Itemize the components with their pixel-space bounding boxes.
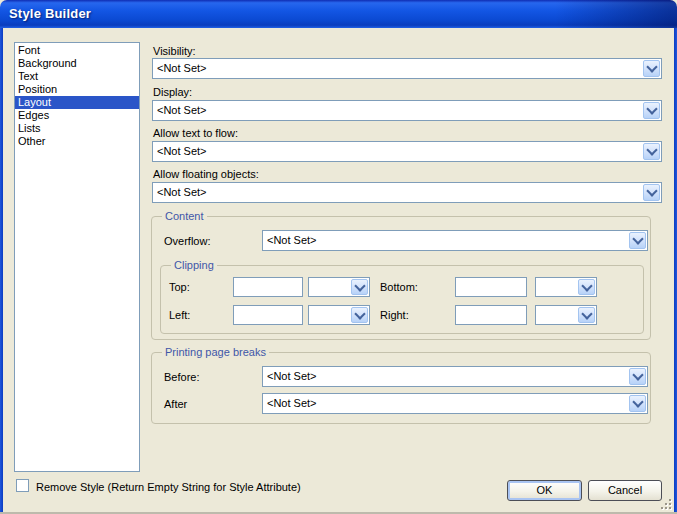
chevron-down-icon[interactable] [643, 60, 660, 77]
chevron-down-icon[interactable] [351, 279, 368, 295]
overflow-label: Overflow: [164, 235, 210, 247]
window-title: Style Builder [9, 6, 91, 21]
content-group: Content Overflow: <Not Set> Clipping Top… [151, 216, 651, 340]
sidebar-item-text[interactable]: Text [15, 70, 139, 83]
print-breaks-group: Printing page breaks Before: <Not Set> A… [151, 352, 651, 424]
clip-left-input[interactable] [233, 305, 303, 325]
overflow-value: <Not Set> [267, 231, 317, 250]
chevron-down-icon[interactable] [643, 143, 660, 160]
text-flow-label: Allow text to flow: [153, 127, 238, 139]
clipping-group-title: Clipping [171, 259, 217, 271]
sidebar-item-font[interactable]: Font [15, 44, 139, 57]
sidebar-item-edges[interactable]: Edges [15, 109, 139, 122]
style-builder-dialog: Style Builder Font Background Text Posit… [0, 0, 677, 514]
clip-left-unit-dropdown[interactable] [308, 305, 370, 325]
break-after-value: <Not Set> [267, 394, 317, 413]
remove-style-label[interactable]: Remove Style (Return Empty String for St… [36, 481, 301, 493]
text-flow-value: <Not Set> [157, 142, 207, 161]
clip-bottom-label: Bottom: [380, 281, 418, 293]
chevron-down-icon[interactable] [351, 307, 368, 323]
overflow-dropdown[interactable]: <Not Set> [262, 230, 648, 251]
ok-button[interactable]: OK [507, 480, 582, 501]
clip-right-unit-dropdown[interactable] [535, 305, 597, 325]
chevron-down-icon[interactable] [643, 102, 660, 119]
sidebar-item-lists[interactable]: Lists [15, 122, 139, 135]
clip-bottom-input[interactable] [455, 277, 527, 297]
title-bar[interactable]: Style Builder [0, 0, 677, 28]
visibility-dropdown[interactable]: <Not Set> [152, 58, 662, 79]
category-listbox[interactable]: Font Background Text Position Layout Edg… [14, 42, 140, 472]
chevron-down-icon[interactable] [629, 395, 646, 412]
clip-top-label: Top: [169, 281, 190, 293]
content-group-title: Content [162, 210, 207, 222]
clip-right-label: Right: [380, 309, 409, 321]
clipping-group: Clipping Top: Bottom: Left: Right: [160, 265, 644, 334]
clip-top-unit-dropdown[interactable] [308, 277, 370, 297]
break-after-label: After [164, 398, 187, 410]
break-before-label: Before: [164, 371, 199, 383]
print-breaks-group-title: Printing page breaks [162, 346, 269, 358]
visibility-label: Visibility: [153, 45, 196, 57]
floating-objects-value: <Not Set> [157, 183, 207, 202]
chevron-down-icon[interactable] [578, 279, 595, 295]
display-dropdown[interactable]: <Not Set> [152, 100, 662, 121]
visibility-value: <Not Set> [157, 59, 207, 78]
clip-left-label: Left: [169, 309, 190, 321]
window-border-left [0, 28, 3, 514]
cancel-button[interactable]: Cancel [588, 480, 662, 501]
clip-bottom-unit-dropdown[interactable] [535, 277, 597, 297]
text-flow-dropdown[interactable]: <Not Set> [152, 141, 662, 162]
chevron-down-icon[interactable] [578, 307, 595, 323]
chevron-down-icon[interactable] [643, 184, 660, 201]
sidebar-item-position[interactable]: Position [15, 83, 139, 96]
clip-top-input[interactable] [233, 277, 303, 297]
chevron-down-icon[interactable] [629, 368, 646, 385]
break-before-dropdown[interactable]: <Not Set> [262, 366, 648, 387]
chevron-down-icon[interactable] [629, 232, 646, 249]
break-before-value: <Not Set> [267, 367, 317, 386]
floating-objects-label: Allow floating objects: [153, 168, 259, 180]
display-value: <Not Set> [157, 101, 207, 120]
sidebar-item-background[interactable]: Background [15, 57, 139, 70]
clip-right-input[interactable] [455, 305, 527, 325]
remove-style-checkbox[interactable] [16, 479, 29, 492]
display-label: Display: [153, 86, 192, 98]
sidebar-item-other[interactable]: Other [15, 135, 139, 148]
break-after-dropdown[interactable]: <Not Set> [262, 393, 648, 414]
floating-objects-dropdown[interactable]: <Not Set> [152, 182, 662, 203]
resize-grip-icon[interactable] [660, 498, 672, 510]
sidebar-item-layout[interactable]: Layout [15, 96, 139, 109]
